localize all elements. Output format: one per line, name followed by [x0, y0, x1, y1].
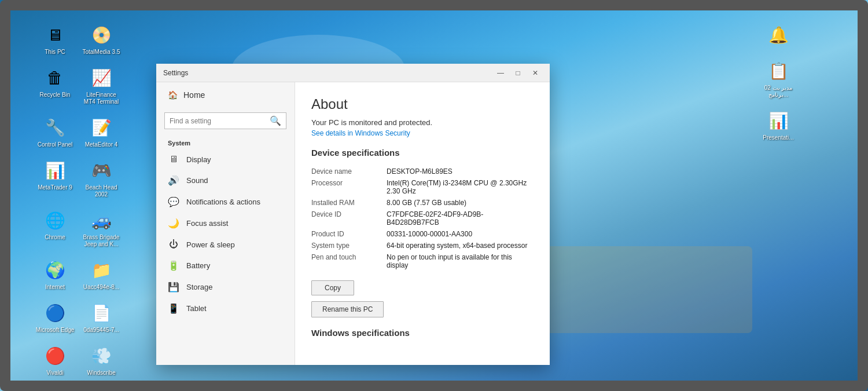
spec-row-device-name: Device name DESKTOP-M6L89ES [311, 166, 534, 177]
desktop-icon-metaeditor[interactable]: 📝 MetaEditor 4 [81, 116, 122, 148]
nav-home-button[interactable]: 🏠 Home [156, 82, 295, 108]
search-input[interactable] [170, 117, 266, 125]
nav-power-sleep[interactable]: ⏻ Power & sleep [156, 234, 295, 255]
settings-window: Settings — □ ✕ 🏠 Home 🔍 System [156, 64, 550, 365]
brass-brigade-icon: 🚙 [90, 209, 113, 232]
desktop-icon-brass-brigade[interactable]: 🚙 Brass Brigade Jeep and K... [81, 209, 122, 248]
litefinance-icon: 📈 [90, 66, 113, 89]
spec-table: Device name DESKTOP-M6L89ES Processor In… [311, 166, 534, 271]
sound-label: Sound [186, 176, 208, 185]
metaeditor-icon: 📝 [90, 116, 113, 139]
power-sleep-icon: ⏻ [168, 239, 179, 250]
device-specs-title: Device specifications [311, 148, 534, 158]
window-title: Settings [163, 69, 188, 77]
nav-battery[interactable]: 🔋 Battery [156, 255, 295, 276]
desktop-icon-beach-head[interactable]: 🎮 Beach Head 2002 [81, 159, 122, 198]
nav-focus-assist[interactable]: 🌙 Focus assist [156, 213, 295, 234]
spec-row-pen-touch: Pen and touch No pen or touch input is a… [311, 251, 534, 271]
totalmedia-label: TotalMedia 3.5 [82, 49, 120, 56]
system-section-title: System [156, 134, 295, 149]
vivaldi-icon: 🔴 [43, 344, 67, 367]
nav-notifications[interactable]: 💬 Notifications & actions [156, 191, 295, 213]
ms-edge-label: Microsoft Edge [36, 327, 75, 334]
desktop-icon-recycle-bin[interactable]: 🗑 Recycle Bin [35, 66, 75, 105]
desktop-icon-metatrader[interactable]: 📊 MetaTrader 9 [35, 159, 75, 198]
search-icon: 🔍 [270, 115, 281, 126]
spec-value-device-name: DESKTOP-M6L89ES [387, 167, 534, 176]
this-pc-icon: 🖥 [43, 23, 67, 46]
desktop-icon-ms-edge[interactable]: 🔵 Microsoft Edge [35, 301, 75, 334]
desktop-icon-this-pc[interactable]: 🖥 This PC [35, 23, 75, 56]
desktop-icon-totalmedia[interactable]: 📀 TotalMedia 3.5 [81, 23, 122, 56]
nav-display[interactable]: 🖥 Display [156, 149, 295, 170]
chrome-label: Chrome [45, 234, 65, 241]
settings-body: 🏠 Home 🔍 System 🖥 Display 🔊 Sound [156, 82, 550, 365]
copy-button[interactable]: Copy [311, 280, 354, 295]
nav-panel: 🏠 Home 🔍 System 🖥 Display 🔊 Sound [156, 82, 295, 365]
windows-specs-title: Windows specifications [311, 328, 534, 338]
battery-icon: 🔋 [168, 260, 179, 271]
search-box[interactable]: 🔍 [164, 112, 286, 129]
desktop-icon-manager[interactable]: 📋 مدير بت 02 ...برنامج [758, 59, 799, 98]
desktop: 🖥 This PC 📀 TotalMedia 3.5 🗑 Recycle Bin… [0, 0, 868, 391]
spec-value-system-type: 64-bit operating system, x64-based proce… [387, 242, 534, 250]
notifications-icon: 💬 [168, 196, 179, 207]
desktop-icon-presentation[interactable]: 📊 Presentati... [758, 109, 799, 141]
security-link[interactable]: See details in Windows Security [311, 129, 534, 137]
beach-head-label: Beach Head 2002 [81, 184, 122, 198]
spec-row-processor: Processor Intel(R) Core(TM) i3-2348M CPU… [311, 177, 534, 197]
control-panel-icon: 🔧 [43, 116, 67, 139]
internet-icon: 🌍 [43, 258, 67, 282]
desktop-icon-litefinance[interactable]: 📈 LiteFinance MT4 Terminal [81, 66, 122, 105]
desktop-icon-internet[interactable]: 🌍 Internet [35, 258, 75, 291]
spec-row-product-id: Product ID 00331-10000-00001-AA300 [311, 228, 534, 240]
desktop-icon-chrome[interactable]: 🌐 Chrome [35, 209, 75, 248]
rename-pc-button[interactable]: Rename this PC [311, 301, 384, 317]
protection-text: Your PC is monitored and protected. [311, 118, 534, 127]
home-icon: 🏠 [168, 90, 178, 100]
spec-label-product-id: Product ID [311, 230, 387, 238]
window-controls: — □ ✕ [493, 67, 543, 79]
metatrader-label: MetaTrader 9 [38, 184, 72, 191]
spec-label-device-id: Device ID [311, 210, 387, 226]
uacc-icon: 📁 [90, 258, 113, 282]
nav-tablet[interactable]: 📱 Tablet [156, 298, 295, 319]
metaeditor-label: MetaEditor 4 [85, 141, 118, 148]
storage-icon: 💾 [168, 282, 179, 293]
control-panel-label: Control Panel [38, 141, 73, 148]
totalmedia-icon: 📀 [90, 23, 113, 46]
focus-assist-label: Focus assist [186, 219, 228, 228]
desktop-icons-left: 🖥 This PC 📀 TotalMedia 3.5 🗑 Recycle Bin… [35, 23, 122, 377]
home-label: Home [183, 90, 205, 100]
minimize-button[interactable]: — [493, 67, 508, 79]
nav-storage[interactable]: 💾 Storage [156, 276, 295, 298]
presentation-label: Presentati... [763, 134, 793, 141]
desktop-icon-notification[interactable]: 🔔 [758, 23, 799, 49]
spec-row-system-type: System type 64-bit operating system, x64… [311, 240, 534, 251]
title-bar: Settings — □ ✕ [156, 64, 550, 82]
content-panel: About Your PC is monitored and protected… [295, 82, 550, 365]
desktop-icon-0d[interactable]: 📄 0da95445-7... [81, 301, 122, 334]
0d-label: 0da95445-7... [83, 327, 119, 334]
display-label: Display [186, 155, 211, 164]
desktop-icon-vivaldi[interactable]: 🔴 Vivaldi [35, 344, 75, 377]
spec-value-processor: Intel(R) Core(TM) i3-2348M CPU @ 2.30GHz… [387, 179, 534, 195]
spec-value-pen-touch: No pen or touch input is available for t… [387, 253, 534, 269]
vivaldi-label: Vivaldi [46, 370, 63, 377]
desktop-icon-windscribe[interactable]: 💨 Windscribe [81, 344, 122, 377]
desktop-icon-control-panel[interactable]: 🔧 Control Panel [35, 116, 75, 148]
spec-label-processor: Processor [311, 179, 387, 195]
nav-sound[interactable]: 🔊 Sound [156, 170, 295, 191]
recycle-bin-label: Recycle Bin [40, 92, 71, 98]
manager-label: مدير بت 02 ...برنامج [758, 85, 799, 98]
recycle-bin-icon: 🗑 [43, 66, 67, 89]
close-button[interactable]: ✕ [528, 67, 543, 79]
focus-assist-icon: 🌙 [168, 218, 179, 229]
desktop-icon-uacc[interactable]: 📁 Uacc494e-8... [81, 258, 122, 291]
manager-icon: 📋 [767, 59, 790, 82]
maximize-button[interactable]: □ [510, 67, 525, 79]
spec-value-product-id: 00331-10000-00001-AA300 [387, 230, 534, 238]
about-title: About [311, 96, 534, 112]
spec-row-ram: Installed RAM 8.00 GB (7.57 GB usable) [311, 197, 534, 209]
storage-label: Storage [186, 283, 213, 291]
